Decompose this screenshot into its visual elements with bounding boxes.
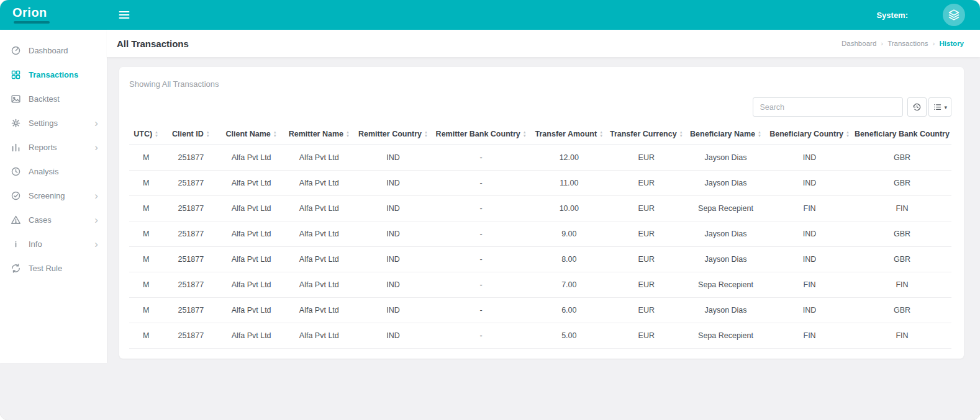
cell: IND [766,171,853,196]
cell: Alfa Pvt Ltd [284,221,355,247]
clock-icon [11,166,21,177]
sidebar-item-label: Backtest [29,94,60,104]
cell: M [129,247,163,272]
table-row[interactable]: M251877Alfa Pvt LtdAlfa Pvt LtdIND-10.00… [129,196,951,221]
info-icon [11,239,21,249]
cell: FIN [766,196,853,221]
history-button[interactable] [907,97,927,117]
cell: 6.00 [530,298,607,323]
brand-logo[interactable]: Orion [0,0,107,30]
column-header[interactable]: Remitter Name▲▼ [284,123,355,145]
table-header-row: UTC)▲▼Client ID▲▼Client Name▲▼Remitter N… [129,123,951,145]
cell: IND [355,323,432,349]
cell: EUR [608,196,685,221]
column-header[interactable]: UTC)▲▼ [129,123,163,145]
chevron-down-icon: ▾ [944,104,947,110]
table-row[interactable]: M251877Alfa Pvt LtdAlfa Pvt LtdIND-6.00E… [129,298,951,323]
cell: Sepa Recepient [685,323,766,349]
cell: FIN [853,272,951,298]
cell: EUR [608,171,685,196]
search-input[interactable] [753,97,903,117]
title-strip: All Transactions Dashboard›Transactions›… [107,30,980,57]
brand-tagline [14,21,50,24]
cell: GBR [853,221,951,247]
hamburger-icon [118,9,130,21]
sidebar-item-test-rule[interactable]: Test Rule [0,256,107,280]
sort-icon: ▲▼ [346,131,350,138]
cell: 11.00 [530,171,607,196]
cell: M [129,145,163,171]
sidebar-item-backtest[interactable]: Backtest [0,87,107,111]
menu-toggle-button[interactable] [114,5,134,25]
cell: FIN [766,272,853,298]
sidebar-item-transactions[interactable]: Transactions [0,63,107,87]
chevron-right-icon: › [94,118,98,128]
table-row[interactable]: M251877Alfa Pvt LtdAlfa Pvt LtdIND-8.00E… [129,247,951,272]
breadcrumb-separator: › [933,40,935,47]
cell: 251877 [163,171,219,196]
cell: - [432,171,530,196]
table-body: M251877Alfa Pvt LtdAlfa Pvt LtdIND-12.00… [129,145,951,349]
sidebar-item-cases[interactable]: Cases › [0,208,107,232]
cell: IND [355,272,432,298]
breadcrumb-item[interactable]: History [939,40,964,47]
cell: EUR [608,298,685,323]
column-header[interactable]: Beneficiary Name▲▼ [685,123,766,145]
sidebar-item-dashboard[interactable]: Dashboard [0,38,107,63]
list-view-button[interactable]: ▾ [928,97,951,117]
cell: 251877 [163,298,219,323]
cell: GBR [853,145,951,171]
cell: 251877 [163,196,219,221]
sort-icon: ▲▼ [206,131,210,138]
cell: Alfa Pvt Ltd [219,196,284,221]
cell: IND [766,221,853,247]
column-header[interactable]: Transfer Currency▲▼ [608,123,685,145]
table-row[interactable]: M251877Alfa Pvt LtdAlfa Pvt LtdIND-12.00… [129,145,951,171]
table-row[interactable]: M251877Alfa Pvt LtdAlfa Pvt LtdIND-5.00E… [129,323,951,349]
column-header[interactable]: Client Name▲▼ [219,123,284,145]
gear-icon [11,118,21,128]
sidebar-item-analysis[interactable]: Analysis [0,159,107,184]
column-header[interactable]: Remitter Country▲▼ [355,123,432,145]
app-window: Orion System: Dashboard Transactions [0,0,980,420]
column-header[interactable]: Beneficiary Bank Country▲▼ [853,123,951,145]
column-header[interactable]: Remitter Bank Country▲▼ [432,123,530,145]
cell: 5.00 [530,323,607,349]
table-toolbar: ▾ [129,97,951,117]
table-row[interactable]: M251877Alfa Pvt LtdAlfa Pvt LtdIND-9.00E… [129,221,951,247]
cell: Sepa Recepient [685,272,766,298]
cell: Alfa Pvt Ltd [219,221,284,247]
cell: 251877 [163,247,219,272]
cell: Alfa Pvt Ltd [284,171,355,196]
breadcrumb-item[interactable]: Transactions [887,40,928,47]
column-header[interactable]: Client ID▲▼ [163,123,219,145]
table-row[interactable]: M251877Alfa Pvt LtdAlfa Pvt LtdIND-11.00… [129,171,951,196]
cell: 8.00 [530,247,607,272]
card-subtitle: Showing All Transactions [129,79,951,89]
chevron-right-icon: › [94,142,98,153]
topbar: Orion System: [0,0,980,30]
sidebar-item-info[interactable]: Info › [0,232,107,256]
cell: - [432,145,530,171]
cell: EUR [608,221,685,247]
transactions-table: UTC)▲▼Client ID▲▼Client Name▲▼Remitter N… [129,123,951,349]
breadcrumb-item[interactable]: Dashboard [842,40,876,47]
system-app-badge[interactable] [943,4,965,26]
sidebar-item-screening[interactable]: Screening › [0,184,107,208]
cell: 251877 [163,145,219,171]
column-header[interactable]: Transfer Amount▲▼ [530,123,607,145]
sidebar-item-reports[interactable]: Reports › [0,135,107,159]
page-title: All Transactions [117,38,189,49]
cell: Alfa Pvt Ltd [284,247,355,272]
sort-icon: ▲▼ [273,131,277,138]
cell: IND [355,145,432,171]
cell: IND [766,247,853,272]
cell: IND [355,196,432,221]
cell: GBR [853,247,951,272]
table-row[interactable]: M251877Alfa Pvt LtdAlfa Pvt LtdIND-7.00E… [129,272,951,298]
list-icon [933,102,942,112]
sidebar-item-settings[interactable]: Settings › [0,111,107,135]
sidebar-item-label: Screening [29,191,65,200]
column-header[interactable]: Beneficiary Country▲▼ [766,123,853,145]
chevron-right-icon: › [94,215,98,225]
